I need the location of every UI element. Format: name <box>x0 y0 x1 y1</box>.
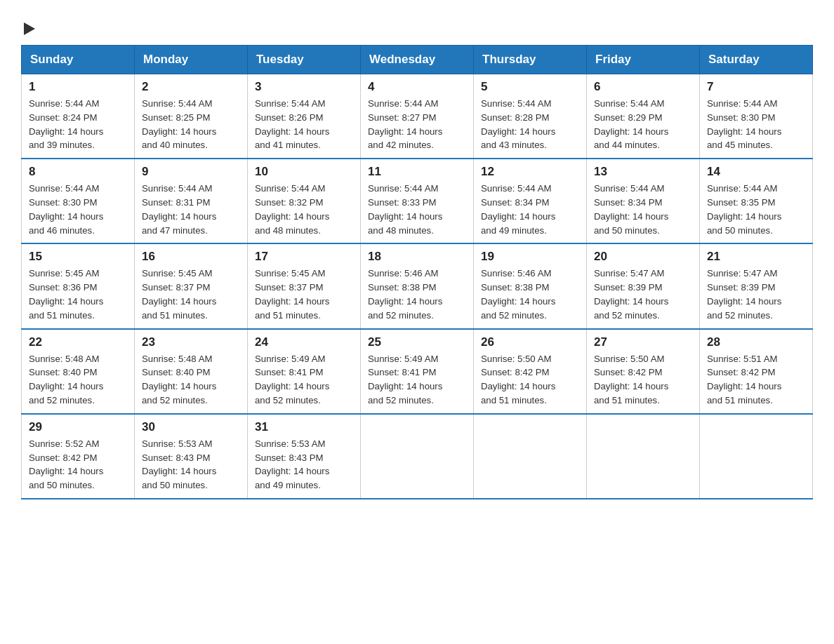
header-cell-sunday: Sunday <box>22 46 135 74</box>
day-cell: 27Sunrise: 5:50 AMSunset: 8:42 PMDayligh… <box>587 329 700 414</box>
day-number: 1 <box>29 80 127 94</box>
day-cell: 1Sunrise: 5:44 AMSunset: 8:24 PMDaylight… <box>22 74 135 159</box>
header-cell-friday: Friday <box>587 46 700 74</box>
day-info: Sunrise: 5:46 AMSunset: 8:38 PMDaylight:… <box>481 267 579 322</box>
day-cell: 21Sunrise: 5:47 AMSunset: 8:39 PMDayligh… <box>700 243 813 328</box>
day-cell: 20Sunrise: 5:47 AMSunset: 8:39 PMDayligh… <box>587 243 700 328</box>
day-number: 10 <box>255 165 353 179</box>
day-cell <box>361 414 474 499</box>
header-cell-monday: Monday <box>135 46 248 74</box>
day-info: Sunrise: 5:48 AMSunset: 8:40 PMDaylight:… <box>29 352 127 408</box>
day-number: 21 <box>707 250 805 264</box>
week-row-3: 15Sunrise: 5:45 AMSunset: 8:36 PMDayligh… <box>22 243 813 328</box>
day-number: 23 <box>142 335 240 349</box>
day-cell: 8Sunrise: 5:44 AMSunset: 8:30 PMDaylight… <box>22 159 135 243</box>
day-number: 24 <box>255 335 353 349</box>
day-cell <box>700 414 813 499</box>
calendar-header: SundayMondayTuesdayWednesdayThursdayFrid… <box>22 46 813 74</box>
day-number: 29 <box>29 420 127 434</box>
day-info: Sunrise: 5:44 AMSunset: 8:27 PMDaylight:… <box>368 97 466 152</box>
day-cell: 10Sunrise: 5:44 AMSunset: 8:32 PMDayligh… <box>248 159 361 243</box>
day-number: 13 <box>594 165 692 179</box>
day-info: Sunrise: 5:50 AMSunset: 8:42 PMDaylight:… <box>594 352 692 408</box>
header-cell-tuesday: Tuesday <box>248 46 361 74</box>
day-number: 20 <box>594 250 692 264</box>
page-header <box>21 14 813 38</box>
day-cell: 9Sunrise: 5:44 AMSunset: 8:31 PMDaylight… <box>135 159 248 243</box>
day-info: Sunrise: 5:44 AMSunset: 8:29 PMDaylight:… <box>594 97 692 152</box>
day-cell: 15Sunrise: 5:45 AMSunset: 8:36 PMDayligh… <box>22 243 135 328</box>
day-number: 28 <box>707 335 805 349</box>
day-cell: 31Sunrise: 5:53 AMSunset: 8:43 PMDayligh… <box>248 414 361 499</box>
week-row-4: 22Sunrise: 5:48 AMSunset: 8:40 PMDayligh… <box>22 329 813 414</box>
day-number: 8 <box>29 165 127 179</box>
week-row-2: 8Sunrise: 5:44 AMSunset: 8:30 PMDaylight… <box>22 159 813 243</box>
week-row-1: 1Sunrise: 5:44 AMSunset: 8:24 PMDaylight… <box>22 74 813 159</box>
day-info: Sunrise: 5:45 AMSunset: 8:36 PMDaylight:… <box>29 267 127 322</box>
day-cell: 5Sunrise: 5:44 AMSunset: 8:28 PMDaylight… <box>474 74 587 159</box>
header-cell-saturday: Saturday <box>700 46 813 74</box>
day-info: Sunrise: 5:47 AMSunset: 8:39 PMDaylight:… <box>594 267 692 322</box>
day-number: 3 <box>255 80 353 94</box>
day-cell: 6Sunrise: 5:44 AMSunset: 8:29 PMDaylight… <box>587 74 700 159</box>
day-cell: 22Sunrise: 5:48 AMSunset: 8:40 PMDayligh… <box>22 329 135 414</box>
day-number: 18 <box>368 250 466 264</box>
day-cell: 7Sunrise: 5:44 AMSunset: 8:30 PMDaylight… <box>700 74 813 159</box>
day-info: Sunrise: 5:47 AMSunset: 8:39 PMDaylight:… <box>707 267 805 322</box>
day-cell: 3Sunrise: 5:44 AMSunset: 8:26 PMDaylight… <box>248 74 361 159</box>
header-cell-thursday: Thursday <box>474 46 587 74</box>
day-info: Sunrise: 5:44 AMSunset: 8:34 PMDaylight:… <box>481 182 579 237</box>
day-cell: 11Sunrise: 5:44 AMSunset: 8:33 PMDayligh… <box>361 159 474 243</box>
day-info: Sunrise: 5:45 AMSunset: 8:37 PMDaylight:… <box>142 267 240 322</box>
day-cell: 2Sunrise: 5:44 AMSunset: 8:25 PMDaylight… <box>135 74 248 159</box>
day-number: 9 <box>142 165 240 179</box>
day-info: Sunrise: 5:50 AMSunset: 8:42 PMDaylight:… <box>481 352 579 408</box>
day-cell <box>587 414 700 499</box>
day-info: Sunrise: 5:44 AMSunset: 8:28 PMDaylight:… <box>481 97 579 152</box>
day-info: Sunrise: 5:44 AMSunset: 8:25 PMDaylight:… <box>142 97 240 152</box>
day-number: 17 <box>255 250 353 264</box>
day-info: Sunrise: 5:44 AMSunset: 8:33 PMDaylight:… <box>368 182 466 237</box>
day-cell: 28Sunrise: 5:51 AMSunset: 8:42 PMDayligh… <box>700 329 813 414</box>
day-cell: 24Sunrise: 5:49 AMSunset: 8:41 PMDayligh… <box>248 329 361 414</box>
day-number: 11 <box>368 165 466 179</box>
day-number: 2 <box>142 80 240 94</box>
day-cell: 13Sunrise: 5:44 AMSunset: 8:34 PMDayligh… <box>587 159 700 243</box>
calendar-table: SundayMondayTuesdayWednesdayThursdayFrid… <box>21 45 813 499</box>
day-number: 26 <box>481 335 579 349</box>
day-number: 7 <box>707 80 805 94</box>
day-info: Sunrise: 5:44 AMSunset: 8:26 PMDaylight:… <box>255 97 353 152</box>
day-number: 19 <box>481 250 579 264</box>
day-cell: 16Sunrise: 5:45 AMSunset: 8:37 PMDayligh… <box>135 243 248 328</box>
header-cell-wednesday: Wednesday <box>361 46 474 74</box>
logo <box>21 14 35 38</box>
day-number: 12 <box>481 165 579 179</box>
header-row: SundayMondayTuesdayWednesdayThursdayFrid… <box>22 46 813 74</box>
day-number: 14 <box>707 165 805 179</box>
day-number: 31 <box>255 420 353 434</box>
day-cell: 26Sunrise: 5:50 AMSunset: 8:42 PMDayligh… <box>474 329 587 414</box>
day-info: Sunrise: 5:49 AMSunset: 8:41 PMDaylight:… <box>368 352 466 408</box>
day-cell: 4Sunrise: 5:44 AMSunset: 8:27 PMDaylight… <box>361 74 474 159</box>
day-info: Sunrise: 5:44 AMSunset: 8:24 PMDaylight:… <box>29 97 127 152</box>
week-row-5: 29Sunrise: 5:52 AMSunset: 8:42 PMDayligh… <box>22 414 813 499</box>
day-cell <box>474 414 587 499</box>
day-number: 30 <box>142 420 240 434</box>
day-cell: 17Sunrise: 5:45 AMSunset: 8:37 PMDayligh… <box>248 243 361 328</box>
day-number: 25 <box>368 335 466 349</box>
day-cell: 19Sunrise: 5:46 AMSunset: 8:38 PMDayligh… <box>474 243 587 328</box>
day-number: 5 <box>481 80 579 94</box>
day-info: Sunrise: 5:49 AMSunset: 8:41 PMDaylight:… <box>255 352 353 408</box>
day-cell: 14Sunrise: 5:44 AMSunset: 8:35 PMDayligh… <box>700 159 813 243</box>
day-info: Sunrise: 5:44 AMSunset: 8:34 PMDaylight:… <box>594 182 692 237</box>
day-info: Sunrise: 5:51 AMSunset: 8:42 PMDaylight:… <box>707 352 805 408</box>
day-number: 16 <box>142 250 240 264</box>
day-number: 22 <box>29 335 127 349</box>
day-info: Sunrise: 5:52 AMSunset: 8:42 PMDaylight:… <box>29 437 127 492</box>
day-number: 15 <box>29 250 127 264</box>
day-info: Sunrise: 5:46 AMSunset: 8:38 PMDaylight:… <box>368 267 466 322</box>
day-info: Sunrise: 5:44 AMSunset: 8:30 PMDaylight:… <box>707 97 805 152</box>
calendar-body: 1Sunrise: 5:44 AMSunset: 8:24 PMDaylight… <box>22 74 813 499</box>
day-info: Sunrise: 5:53 AMSunset: 8:43 PMDaylight:… <box>255 437 353 492</box>
day-cell: 18Sunrise: 5:46 AMSunset: 8:38 PMDayligh… <box>361 243 474 328</box>
